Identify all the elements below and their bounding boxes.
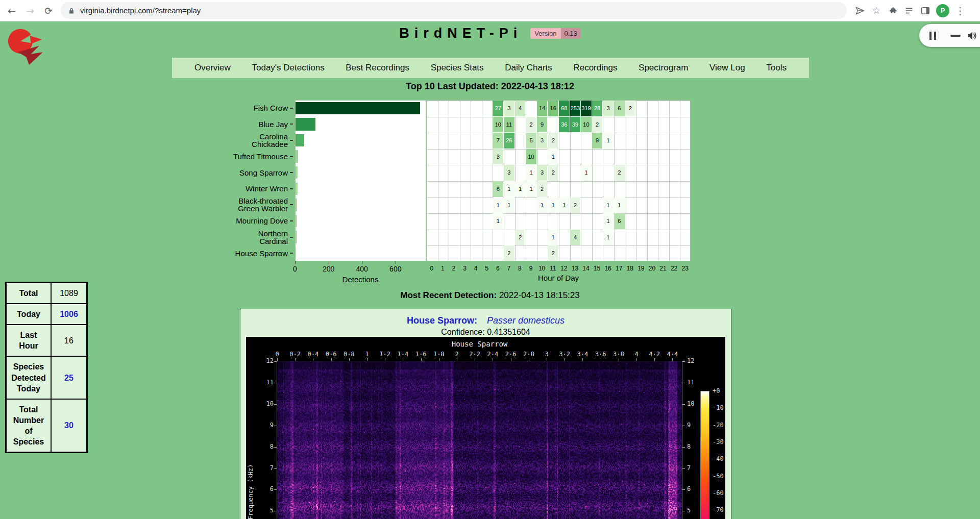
heatmap-cell: 1 — [548, 230, 558, 245]
spectrogram-y-tick — [682, 383, 685, 383]
spectrogram-y-tick-label: 7 — [687, 464, 702, 472]
spectrogram-x-tick-label: 3·2 — [559, 351, 570, 358]
browser-menu-icon[interactable]: ⋮ — [952, 3, 968, 19]
spectrogram-x-tick-label: 4·2 — [649, 351, 660, 358]
stats-label: Last Hour — [6, 325, 52, 356]
heatmap-cell: 9 — [537, 117, 548, 133]
heatmap-cell: 4 — [570, 230, 581, 245]
stats-value[interactable]: 25 — [51, 356, 87, 399]
side-panel-icon[interactable] — [917, 3, 934, 19]
heatmap-cell: 2 — [614, 165, 625, 181]
spectrogram-x-tick — [654, 358, 655, 361]
heatmap-cell: 26 — [504, 133, 514, 149]
spectrogram-x-tick — [511, 358, 511, 361]
hour-tick-label: 21 — [658, 265, 668, 272]
hour-tick-label: 8 — [514, 265, 525, 272]
detections-bar — [296, 118, 315, 131]
toolbar-actions: ☆ P ⋮ — [852, 3, 968, 19]
spectrogram-x-tick-label: 0·2 — [289, 351, 301, 358]
spectrogram-x-tick — [582, 358, 583, 361]
hour-tick-label: 1 — [437, 265, 448, 272]
spectrogram-x-tick — [493, 358, 493, 361]
detections-bar — [296, 199, 297, 211]
stats-table: Total1089Today1006Last Hour16Species Det… — [5, 282, 88, 453]
hour-tick-label: 23 — [680, 265, 690, 272]
heatmap-cell: 3 — [493, 149, 503, 165]
heatmap-cell: 1 — [526, 181, 536, 197]
spectrogram-y-tick — [682, 447, 685, 448]
spectrogram-x-tick — [439, 358, 439, 361]
confidence-label: Confidence: — [441, 328, 484, 336]
heatmap-cell: 1 — [614, 197, 625, 213]
stats-value[interactable]: 30 — [51, 399, 87, 453]
detections-bar — [296, 231, 297, 243]
send-icon[interactable] — [852, 3, 868, 19]
spectrogram-y-tick-label: 12 — [687, 357, 702, 364]
spectrogram-x-tick-label: 2 — [455, 351, 458, 358]
heatmap-cell: 6 — [493, 181, 503, 197]
spectrogram-y-tick-label: 8 — [255, 443, 274, 450]
spectrogram-y-tick — [274, 447, 277, 448]
spectrogram-title: House Sparrow — [277, 340, 682, 348]
reload-button[interactable]: ⟳ — [40, 2, 57, 19]
heatmap-cell: 39 — [570, 117, 581, 133]
heatmap-cell: 2 — [548, 165, 558, 181]
hour-axis-label: Hour of Day — [507, 274, 609, 282]
chart-species-label: Song Sparrow — [162, 164, 288, 181]
spectrogram-y-tick — [274, 489, 277, 490]
detection-card: House Sparrow: Passer domesticus Confide… — [240, 309, 731, 519]
spectrogram-x-tick — [601, 358, 601, 361]
heatmap-cell: 6 — [614, 213, 625, 229]
profile-avatar[interactable]: P — [936, 4, 949, 17]
heatmap-cell: 1 — [548, 197, 558, 213]
forward-button[interactable]: → — [21, 2, 39, 19]
spectrogram-x-tick-label: 1·6 — [415, 351, 427, 358]
spectrogram-y-tick-label: 11 — [255, 379, 274, 386]
spectrogram-x-tick — [349, 358, 350, 361]
hour-tick-label: 18 — [625, 265, 635, 272]
heatmap-cell: 1 — [493, 213, 503, 229]
url-bar[interactable]: virginia.birdnetpi.com/?stream=play — [61, 2, 847, 19]
colorbar-label: -30 — [713, 438, 724, 446]
extensions-icon[interactable] — [885, 3, 901, 19]
stats-label: Species Detected Today — [6, 356, 52, 399]
birdnet-pi-page: BirdNET-Pi Version0.13 OverviewToday's D… — [0, 21, 980, 519]
back-button[interactable]: ← — [3, 2, 20, 19]
bar-x-tick — [295, 261, 296, 264]
chart-species-label: Tufted Titmouse — [162, 149, 288, 165]
stats-value[interactable]: 1006 — [51, 304, 87, 325]
heatmap-cell: 10 — [493, 117, 503, 133]
heatmap-cell: 10 — [581, 117, 592, 133]
heatmap-cell: 16 — [548, 101, 558, 116]
bookmark-star-icon[interactable]: ☆ — [868, 3, 885, 19]
heatmap-cell: 1 — [504, 197, 514, 213]
hour-tick-label: 15 — [592, 265, 602, 272]
chart-y-tick — [290, 172, 293, 173]
chart-y-tick — [290, 220, 293, 221]
spectrogram-x-tick-label: 1 — [365, 351, 369, 358]
detections-bar — [296, 134, 304, 147]
stats-row: Species Detected Today25 — [6, 356, 87, 399]
heatmap-cell: 1 — [515, 181, 526, 197]
heatmap-cell: 7 — [493, 133, 503, 149]
heatmap-cell: 9 — [592, 133, 603, 149]
heatmap-cell: 2 — [548, 133, 558, 149]
colorbar-label: -70 — [713, 506, 724, 513]
spectrogram-x-tick-label: 2·8 — [523, 351, 534, 358]
top10-chart: Detections Hour of Day Fish CrowBlue Jay… — [0, 21, 980, 307]
spectrogram-y-tick-label: 5 — [687, 507, 702, 514]
chart-species-label: Blue Jay — [162, 116, 288, 133]
heatmap-cell: 2 — [526, 117, 536, 133]
spectrogram-x-tick-label: 2·2 — [469, 351, 480, 358]
spectrogram-y-tick — [274, 361, 277, 362]
reading-list-icon[interactable] — [901, 3, 917, 19]
hour-tick-label: 4 — [471, 265, 481, 272]
spectrogram-x-tick-label: 0 — [275, 351, 279, 358]
spectrogram-y-tick-label: 11 — [687, 379, 702, 386]
heatmap-cell: 1 — [603, 213, 614, 229]
bar-x-tick-label: 0 — [285, 265, 305, 273]
hour-tick-label: 20 — [647, 265, 657, 272]
chart-y-tick — [290, 140, 293, 141]
heatmap-cell: 1 — [603, 197, 614, 213]
chart-species-label: House Sparrow — [162, 245, 288, 261]
